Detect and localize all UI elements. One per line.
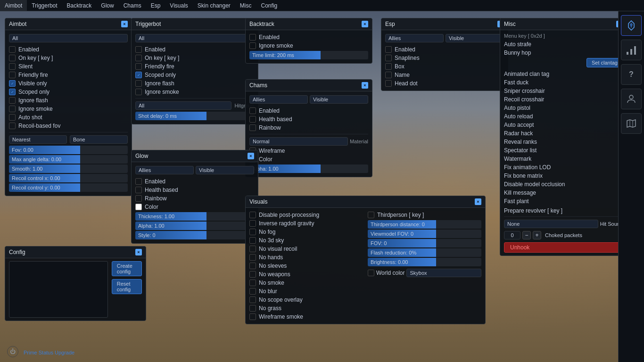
triggerbot-checkbox-2[interactable] — [135, 63, 142, 70]
aimbot-maxangle-slider[interactable]: Max angle delta: 0.00 — [9, 155, 128, 164]
triggerbot-header[interactable]: Triggerbot × — [132, 18, 258, 30]
glow-team-dropdown[interactable]: Allies — [135, 166, 194, 174]
chams-check-1[interactable]: Health based — [249, 115, 368, 123]
visuals-fov-slider[interactable]: FOV: 0 — [368, 239, 481, 247]
menu-visuals[interactable]: Visuals — [165, 0, 192, 11]
visuals-left-checkbox-1[interactable] — [249, 220, 256, 227]
power-button[interactable]: ⏻ — [7, 346, 18, 357]
visuals-left-checkbox-6[interactable] — [249, 263, 256, 269]
esp-check-0[interactable]: Snaplines — [385, 54, 504, 62]
visuals-left-check-1[interactable]: Inverse ragdoll gravity — [249, 219, 363, 228]
glow-style-slider[interactable]: Style: 0 — [135, 231, 254, 239]
visuals-left-checkbox-8[interactable] — [249, 280, 256, 286]
visuals-left-check-10[interactable]: No scope overlay — [249, 296, 363, 304]
glow-thickness-slider[interactable]: Thickness: 1.00 — [135, 212, 254, 221]
visuals-thirdperson[interactable]: Thirdperson [ key ] — [368, 211, 481, 219]
aimbot-nearest-dropdown[interactable]: Nearest — [9, 135, 67, 144]
visuals-flash-slider[interactable]: Flash reduction: 0% — [368, 248, 481, 257]
visuals-left-check-12[interactable]: Wireframe smoke — [249, 313, 363, 321]
aimbot-check-5[interactable]: Scoped only — [9, 88, 128, 96]
aimbot-checkbox-5[interactable] — [9, 89, 16, 95]
backtrack-enabled[interactable]: Enabled — [249, 33, 368, 41]
glow-alpha-slider[interactable]: Alpha: 1.00 — [135, 222, 254, 230]
glow-check-2[interactable]: Rainbow — [135, 194, 254, 203]
visuals-brightness-slider[interactable]: Brightness: 0.00 — [368, 258, 481, 266]
sidebar-map-icon[interactable] — [621, 113, 642, 134]
visuals-left-check-5[interactable]: No hands — [249, 253, 363, 262]
esp-checkbox-0[interactable] — [385, 55, 392, 61]
backtrack-ignoresmoke-checkbox[interactable] — [249, 42, 256, 49]
aimbot-fov-slider[interactable]: Fov: 0.00 — [9, 146, 128, 154]
misc-item-16[interactable]: Kill message — [504, 189, 623, 197]
aimbot-header[interactable]: Aimbot × — [5, 18, 132, 30]
visuals-left-checkbox-12[interactable] — [249, 313, 256, 320]
menu-esp[interactable]: Esp — [146, 0, 165, 11]
chams-header[interactable]: Chams × — [246, 80, 372, 91]
triggerbot-check-5[interactable]: Ignore smoke — [135, 88, 254, 96]
esp-team-dropdown[interactable]: Allies — [385, 34, 444, 42]
misc-item-0[interactable]: Auto strafe — [504, 40, 623, 49]
menu-glow[interactable]: Glow — [96, 0, 118, 11]
glow-checkbox-2[interactable] — [135, 195, 142, 202]
triggerbot-checkbox-5[interactable] — [135, 89, 142, 95]
aimbot-close[interactable]: × — [121, 21, 128, 27]
visuals-worldcolor-checkbox[interactable] — [368, 270, 374, 276]
aimbot-bone-dropdown[interactable]: Bone — [70, 135, 128, 144]
glow-checkbox-1[interactable] — [135, 187, 142, 193]
misc-item-1[interactable]: Bunny hop — [504, 49, 623, 57]
visuals-left-checkbox-11[interactable] — [249, 305, 256, 312]
visuals-left-checkbox-3[interactable] — [249, 237, 256, 244]
misc-item-3[interactable]: Fast duck — [504, 78, 623, 87]
visuals-skybox-dropdown[interactable]: Skybox — [406, 269, 481, 277]
visuals-left-checkbox-2[interactable] — [249, 229, 256, 235]
esp-vis-dropdown[interactable]: Visible — [446, 34, 504, 42]
chams-checkbox-0[interactable] — [249, 107, 256, 114]
misc-item-14[interactable]: Fix bone matrix — [504, 172, 623, 180]
aimbot-smooth-slider[interactable]: Smooth: 1.00 — [9, 165, 128, 173]
backtrack-timelimit-slider[interactable]: Time limit: 200 ms — [249, 51, 368, 59]
visuals-left-check-9[interactable]: No blur — [249, 287, 363, 296]
visuals-left-check-8[interactable]: No smoke — [249, 279, 363, 287]
misc-item-7[interactable]: Auto reload — [504, 112, 623, 121]
misc-item-8[interactable]: Auto accept — [504, 121, 623, 129]
glow-close[interactable]: × — [248, 153, 254, 159]
glow-color-swatch[interactable] — [135, 204, 142, 210]
misc-item-6[interactable]: Auto pistol — [504, 104, 623, 112]
aimbot-check-8[interactable]: Auto shot — [9, 113, 128, 122]
visuals-left-check-3[interactable]: No 3d sky — [249, 236, 363, 245]
misc-item-15[interactable]: Disable model occlusion — [504, 180, 623, 189]
chams-alpha-slider[interactable]: Alpha: 1.00 — [249, 165, 368, 173]
aimbot-checkbox-3[interactable] — [9, 72, 16, 78]
visuals-left-check-6[interactable]: No sleeves — [249, 262, 363, 270]
visuals-left-check-11[interactable]: No grass — [249, 304, 363, 313]
visuals-viewmodel-fov-slider[interactable]: Viewmodel FOV: 0 — [368, 230, 481, 238]
esp-enabled-checkbox[interactable] — [385, 46, 392, 53]
backtrack-close[interactable]: × — [362, 21, 368, 27]
menu-config[interactable]: Config — [256, 0, 282, 11]
visuals-header[interactable]: Visuals × — [246, 196, 485, 208]
chams-check-2[interactable]: Rainbow — [249, 123, 368, 132]
esp-checkbox-1[interactable] — [385, 63, 392, 70]
chams-team-dropdown[interactable]: Allies — [249, 95, 308, 104]
visuals-left-check-4[interactable]: No visual recoil — [249, 245, 363, 253]
menu-chams[interactable]: Chams — [119, 0, 146, 11]
sidebar-rank-icon[interactable] — [621, 40, 642, 60]
aimbot-checkbox-4[interactable] — [9, 80, 16, 87]
visuals-left-checkbox-9[interactable] — [249, 288, 256, 295]
visuals-thirdperson-checkbox[interactable] — [368, 212, 374, 218]
triggerbot-check-2[interactable]: Friendly fire — [135, 62, 254, 71]
config-reset-btn[interactable]: Reset config — [112, 279, 142, 294]
esp-check-1[interactable]: Box — [385, 62, 504, 71]
sidebar-question-icon[interactable]: ? — [621, 64, 642, 85]
aimbot-check-1[interactable]: On key [ key ] — [9, 54, 128, 62]
menu-backtrack[interactable]: Backtrack — [62, 0, 97, 11]
misc-item-11[interactable]: Spectator list — [504, 146, 623, 155]
config-header[interactable]: Config × — [5, 247, 146, 258]
misc-item-9[interactable]: Radar hack — [504, 129, 623, 138]
esp-enabled[interactable]: Enabled — [385, 45, 504, 54]
triggerbot-check-4[interactable]: Ignore flash — [135, 79, 254, 88]
aimbot-check-4[interactable]: Visible only — [9, 79, 128, 88]
misc-prepare-revolver[interactable]: Prepare revolver [ key ] — [504, 207, 623, 214]
glow-checkbox-0[interactable] — [135, 178, 142, 185]
menu-triggerbot[interactable]: Triggerbot — [27, 0, 62, 11]
